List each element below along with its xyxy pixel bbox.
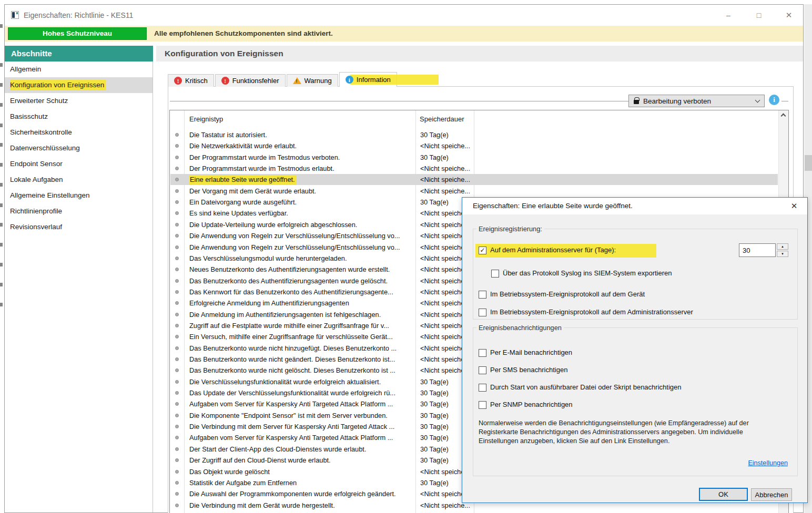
event-bullet-icon: [175, 313, 179, 316]
sections-sidebar: AllgemeinKonfiguration von EreignissenEr…: [5, 61, 153, 512]
event-type-cell: Das Update der Verschlüsselungsfunktiona…: [189, 387, 415, 398]
table-row[interactable]: Der Programmstart wurde im Testmodus erl…: [170, 163, 778, 174]
sidebar-item[interactable]: Allgemeine Einstellungen: [5, 188, 153, 203]
table-row[interactable]: Die Netzwerkaktivität wurde erlaubt.<Nic…: [170, 140, 778, 151]
tab-funktionsfehler[interactable]: !Funktionsfehler: [215, 74, 286, 87]
sidebar-item[interactable]: Allgemein: [5, 61, 153, 77]
warning-icon: !: [293, 77, 301, 84]
background-artifact: [0, 243, 3, 247]
event-bullet-icon: [175, 458, 179, 462]
close-icon[interactable]: ✕: [782, 9, 796, 22]
checkbox-label: Über das Protokoll Syslog ins SIEM-Syste…: [503, 269, 672, 277]
background-artifact: [0, 183, 3, 187]
spin-down-icon[interactable]: ▼: [777, 251, 788, 257]
sidebar-item[interactable]: Sicherheitskontrolle: [5, 125, 153, 140]
protection-level-badge[interactable]: Hohes Schutzniveau: [8, 27, 147, 40]
divider: [170, 101, 628, 101]
sidebar-item[interactable]: Konfiguration von Ereignissen: [5, 77, 153, 93]
event-bullet-icon: [175, 133, 179, 137]
sidebar-item[interactable]: Revisionsverlauf: [5, 219, 153, 235]
checkbox-unchecked[interactable]: [479, 366, 486, 374]
event-bullet-icon: [175, 156, 179, 159]
table-row[interactable]: Die Verbindung mit dem Gerät wurde getre…: [170, 511, 778, 513]
checkbox-label: Im Betriebssystem-Ereignisprotokoll auf …: [490, 308, 693, 316]
event-bullet-icon: [175, 167, 179, 170]
event-bullet-icon: [175, 481, 179, 485]
event-bullet-icon: [175, 436, 179, 439]
notification-note: Normalerweise werden die Benachrichtigun…: [479, 419, 776, 446]
event-properties-dialog: Eigenschaften: Eine erlaubte Seite wurde…: [462, 197, 808, 503]
sidebar-item[interactable]: Lokale Aufgaben: [5, 172, 153, 188]
checkbox-unchecked[interactable]: [479, 401, 486, 409]
days-input[interactable]: [739, 243, 776, 257]
edit-lock-dropdown[interactable]: Bearbeitung verboten: [628, 95, 765, 107]
event-type-cell: Die Update-Verteilung wurde erfolgreich …: [189, 219, 415, 230]
checkbox-unchecked[interactable]: [479, 291, 486, 299]
tab-kritisch[interactable]: !Kritisch: [168, 74, 214, 87]
tab-label: Kritisch: [185, 77, 208, 85]
settings-link[interactable]: Einstellungen: [748, 459, 788, 467]
critical-icon: !: [174, 77, 182, 85]
info-icon[interactable]: i: [769, 95, 779, 105]
checkbox-checked[interactable]: ✓: [479, 247, 486, 254]
background-artifact: [0, 263, 3, 266]
storage-duration-cell: 30 Tag(e): [420, 152, 474, 163]
cancel-button[interactable]: Abbrechen: [751, 488, 792, 501]
checkbox-unchecked[interactable]: [479, 349, 486, 357]
background-artifact: [0, 223, 3, 227]
background-artifact: [0, 283, 3, 286]
title-bar: Eigenschaften: Richtlinie - KES11 – □ ✕: [5, 5, 803, 26]
sidebar-item[interactable]: Datenverschlüsselung: [5, 140, 153, 156]
scroll-up-icon[interactable]: [779, 110, 789, 120]
background-artifact: [0, 103, 3, 107]
sections-header: Abschnitte: [5, 46, 153, 61]
event-type-cell: Die Tastatur ist autorisiert.: [189, 129, 415, 140]
tab-information[interactable]: iInformation: [339, 72, 397, 87]
event-bullet-icon: [175, 425, 179, 428]
minimize-icon[interactable]: –: [722, 9, 735, 22]
tab-warnung[interactable]: !Warnung: [287, 74, 338, 87]
event-type-cell: Die Verbindung mit dem Gerät wurde herge…: [189, 500, 415, 511]
screen: Eigenschaften: Richtlinie - KES11 – □ ✕ …: [0, 0, 812, 513]
lock-icon: [634, 100, 639, 104]
sidebar-item[interactable]: Richtlinienprofile: [5, 203, 153, 219]
maximize-icon[interactable]: □: [752, 9, 766, 22]
storage-duration-cell: <Nicht speiche...: [420, 511, 474, 513]
column-header-storage-duration[interactable]: Speicherdauer: [420, 110, 464, 128]
background-artifact: [0, 83, 3, 87]
event-type-cell: Der Start der Client-App des Cloud-Diens…: [189, 444, 415, 455]
event-notifications-legend: Ereignisbenachrichtigungen: [476, 324, 564, 332]
ok-button[interactable]: OK: [699, 488, 748, 501]
sidebar-item[interactable]: Erweiterter Schutz: [5, 93, 153, 109]
event-bullet-icon: [175, 290, 179, 294]
event-bullet-icon: [175, 234, 179, 238]
checkbox-unchecked[interactable]: [479, 384, 486, 392]
table-row[interactable]: Die Tastatur ist autorisiert.30 Tag(e): [170, 129, 778, 140]
event-type-cell: Die Anmeldung im Authentifizierungsagent…: [189, 309, 415, 320]
storage-duration-cell: <Nicht speiche...: [420, 174, 474, 185]
table-row[interactable]: Der Programmstart wurde im Testmodus ver…: [170, 152, 778, 163]
event-type-cell: Die Verbindung mit dem Server für Kasper…: [189, 421, 415, 432]
sidebar-item[interactable]: Basisschutz: [5, 109, 153, 125]
event-type-cell: Statistik der Aufgabe zum Entfernen: [189, 477, 415, 488]
background-scrollbar-fragment: [805, 155, 812, 171]
event-bullet-icon: [175, 200, 179, 204]
event-bullet-icon: [175, 189, 179, 193]
spin-up-icon[interactable]: ▲: [777, 243, 788, 250]
background-artifact: [0, 24, 3, 28]
sidebar-item[interactable]: Endpoint Sensor: [5, 156, 153, 172]
checkbox-unchecked[interactable]: [479, 309, 486, 316]
background-artifact: [0, 203, 3, 207]
table-row[interactable]: Eine erlaubte Seite wurde geöffnet.<Nich…: [170, 174, 778, 185]
event-bullet-icon: [175, 346, 179, 350]
event-type-cell: Die Verschlüsselungsfunktionalität wurde…: [189, 376, 415, 387]
column-header-event-type[interactable]: Ereignistyp: [189, 110, 223, 128]
dialog-close-icon[interactable]: ✕: [788, 200, 800, 212]
background-artifact: [0, 63, 3, 67]
table-row[interactable]: Der Vorgang mit dem Gerät wurde erlaubt.…: [170, 186, 778, 197]
checkbox-unchecked[interactable]: [491, 270, 499, 278]
event-bullet-icon: [175, 178, 179, 181]
event-bullet-icon: [175, 211, 179, 215]
error-icon: !: [221, 77, 229, 85]
event-bullet-icon: [175, 279, 179, 283]
